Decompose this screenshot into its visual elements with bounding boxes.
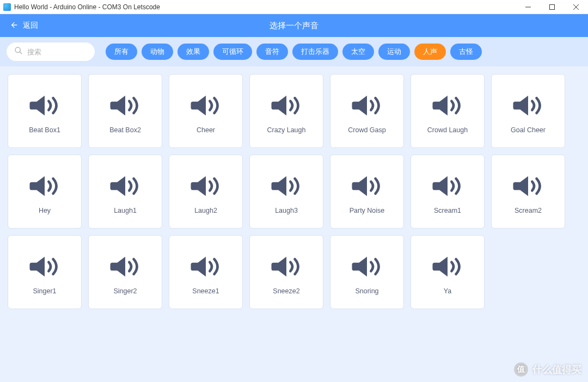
sound-icon <box>432 174 463 198</box>
page-title: 选择一个声音 <box>0 21 588 31</box>
page-header: 返回 选择一个声音 <box>0 14 588 37</box>
sound-label: Crazy Laugh <box>265 126 308 134</box>
category-chip-3[interactable]: 可循环 <box>213 44 252 60</box>
sound-card[interactable]: Singer1 <box>8 235 82 309</box>
sound-card[interactable]: Beat Box2 <box>88 74 162 148</box>
sound-icon <box>29 94 60 118</box>
category-chip-label: 打击乐器 <box>301 47 329 57</box>
category-chip-label: 可循环 <box>222 47 243 57</box>
sound-card[interactable]: Sneeze1 <box>169 235 243 309</box>
sound-card[interactable]: Crazy Laugh <box>249 74 323 148</box>
category-chip-5[interactable]: 打击乐器 <box>292 44 338 60</box>
back-button[interactable]: 返回 <box>0 21 38 31</box>
sound-label: Cheer <box>194 126 217 134</box>
svg-line-5 <box>20 52 22 54</box>
sound-label: Beat Box2 <box>107 126 143 134</box>
sound-card[interactable]: Sneeze2 <box>249 235 323 309</box>
svg-point-4 <box>15 47 20 52</box>
category-chip-label: 运动 <box>387 47 401 57</box>
sound-icon <box>352 94 382 118</box>
category-chip-label: 太空 <box>351 47 365 57</box>
maximize-button[interactable] <box>540 0 564 14</box>
sound-label: Laugh2 <box>192 207 219 214</box>
category-chips: 所有动物效果可循环音符打击乐器太空运动人声古怪 <box>106 44 482 60</box>
category-chip-label: 动物 <box>150 47 164 57</box>
sound-label: Snoring <box>353 287 381 295</box>
sound-card[interactable]: Laugh2 <box>169 155 243 229</box>
sound-icon <box>110 255 140 279</box>
search-input[interactable] <box>27 48 119 56</box>
window-controls <box>516 0 588 14</box>
sound-card[interactable]: Party Noise <box>330 155 404 229</box>
category-chip-label: 人声 <box>423 47 437 57</box>
sound-card[interactable]: Hey <box>8 155 82 229</box>
sound-card[interactable]: Crowd Laugh <box>411 74 485 148</box>
sound-card[interactable]: Scream2 <box>491 155 565 229</box>
sound-label: Sneeze2 <box>271 287 302 295</box>
filter-bar: 所有动物效果可循环音符打击乐器太空运动人声古怪 <box>0 37 588 66</box>
sound-card[interactable]: Scream1 <box>411 155 485 229</box>
search-icon <box>14 46 23 57</box>
sound-icon <box>352 174 382 198</box>
category-chip-6[interactable]: 太空 <box>342 44 374 60</box>
svg-rect-1 <box>550 4 555 9</box>
sound-card[interactable]: Goal Cheer <box>491 74 565 148</box>
sound-icon <box>432 255 463 279</box>
sound-icon <box>271 174 302 198</box>
sound-label: Ya <box>442 287 454 295</box>
sound-label: Goal Cheer <box>509 126 548 134</box>
sound-icon <box>110 94 140 118</box>
sound-label: Scream2 <box>512 207 544 214</box>
sound-card[interactable]: Singer2 <box>88 235 162 309</box>
sound-icon <box>271 94 302 118</box>
sound-label: Singer1 <box>30 287 58 295</box>
sound-icon <box>191 255 221 279</box>
sound-icon <box>191 94 221 118</box>
sound-label: Scream1 <box>432 207 463 214</box>
category-chip-label: 效果 <box>186 47 200 57</box>
sound-grid: Beat Box1 Beat Box2 Cheer Crazy Laugh Cr… <box>8 74 580 309</box>
sound-card[interactable]: Laugh1 <box>88 155 162 229</box>
category-chip-8[interactable]: 人声 <box>414 44 446 60</box>
sound-label: Crowd Gasp <box>346 126 388 134</box>
category-chip-label: 所有 <box>114 47 128 57</box>
sound-grid-wrap[interactable]: Beat Box1 Beat Box2 Cheer Crazy Laugh Cr… <box>0 66 588 382</box>
sound-card[interactable]: Crowd Gasp <box>330 74 404 148</box>
category-chip-7[interactable]: 运动 <box>378 44 410 60</box>
sound-card[interactable]: Cheer <box>169 74 243 148</box>
sound-icon <box>432 94 463 118</box>
category-chip-4[interactable]: 音符 <box>256 44 288 60</box>
sound-card[interactable]: Snoring <box>330 235 404 309</box>
sound-label: Crowd Laugh <box>425 126 470 134</box>
sound-icon <box>271 255 302 279</box>
minimize-button[interactable] <box>516 0 540 14</box>
sound-icon <box>29 174 60 198</box>
sound-icon <box>352 255 382 279</box>
sound-icon <box>191 174 221 198</box>
sound-label: Party Noise <box>347 207 387 214</box>
sound-icon <box>110 174 140 198</box>
sound-label: Laugh1 <box>112 207 139 214</box>
category-chip-2[interactable]: 效果 <box>177 44 209 60</box>
category-chip-9[interactable]: 古怪 <box>450 44 482 60</box>
sound-card[interactable]: Laugh3 <box>249 155 323 229</box>
sound-icon <box>513 94 543 118</box>
search-box[interactable] <box>7 42 95 61</box>
sound-label: Singer2 <box>111 287 139 295</box>
sound-label: Laugh3 <box>273 207 300 214</box>
sound-card[interactable]: Beat Box1 <box>8 74 82 148</box>
app-icon <box>3 3 11 11</box>
category-chip-1[interactable]: 动物 <box>142 44 173 60</box>
category-chip-label: 音符 <box>265 47 279 57</box>
sound-label: Beat Box1 <box>27 126 63 134</box>
category-chip-label: 古怪 <box>459 47 473 57</box>
sound-card[interactable]: Ya <box>411 235 485 309</box>
window-title: Hello World - Arduino Online - COM3 On L… <box>14 3 160 11</box>
back-arrow-icon <box>10 21 19 31</box>
sound-label: Sneeze1 <box>190 287 221 295</box>
back-label: 返回 <box>23 21 38 30</box>
close-button[interactable] <box>564 0 588 14</box>
sound-icon <box>29 255 60 279</box>
category-chip-0[interactable]: 所有 <box>106 44 137 60</box>
sound-icon <box>513 174 543 198</box>
